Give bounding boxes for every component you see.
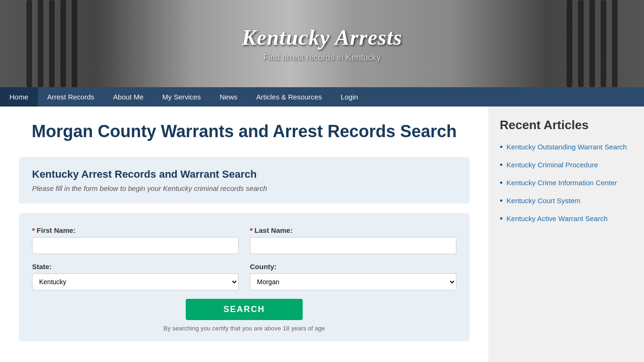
article-link-1[interactable]: Kentucky Outstanding Warrant Search — [506, 142, 627, 152]
search-info-box: Kentucky Arrest Records and Warrant Sear… — [19, 157, 470, 204]
name-row: * First Name: * Last Name: — [32, 226, 456, 254]
location-row: State: Kentucky County: Morgan — [32, 263, 456, 290]
search-form-container: * First Name: * Last Name: State: — [19, 213, 470, 341]
search-box-subtitle: Please fill in the form below to begin y… — [32, 184, 456, 192]
bullet-icon: • — [500, 142, 503, 152]
list-item: • Kentucky Court System — [500, 196, 633, 206]
last-name-group: * Last Name: — [250, 226, 456, 254]
article-link-5[interactable]: Kentucky Active Warrant Search — [506, 214, 608, 223]
header-text-block: Kentucky Arrests Find arrest records in … — [242, 25, 402, 63]
list-item: • Kentucky Crime Information Center — [500, 178, 633, 188]
list-item: • Kentucky Active Warrant Search — [500, 214, 633, 224]
state-select[interactable]: Kentucky — [32, 273, 239, 290]
last-name-required: * — [250, 226, 253, 234]
page-title: Morgan County Warrants and Arrest Record… — [19, 121, 470, 143]
state-group: State: Kentucky — [32, 263, 239, 290]
site-header: Kentucky Arrests Find arrest records in … — [0, 0, 644, 87]
jail-bars-right — [540, 0, 644, 87]
first-name-group: * First Name: — [32, 226, 239, 254]
nav-about-me[interactable]: About Me — [104, 87, 153, 107]
article-link-3[interactable]: Kentucky Crime Information Center — [506, 178, 617, 188]
state-label: State: — [32, 263, 239, 271]
recent-articles-list: • Kentucky Outstanding Warrant Search • … — [500, 142, 633, 224]
first-name-label-text: First Name: — [37, 226, 76, 234]
search-button-row: SEARCH — [32, 299, 456, 320]
site-title: Kentucky Arrests — [242, 25, 402, 50]
bullet-icon: • — [500, 178, 503, 188]
bullet-icon: • — [500, 214, 503, 224]
nav-login[interactable]: Login — [331, 87, 368, 107]
nav-services[interactable]: My Services — [153, 87, 210, 107]
article-link-4[interactable]: Kentucky Court System — [506, 196, 580, 206]
article-link-2[interactable]: Kentucky Criminal Procedure — [506, 160, 598, 170]
county-label: County: — [250, 263, 456, 271]
first-name-required: * — [32, 226, 35, 234]
last-name-label: * Last Name: — [250, 226, 456, 234]
sidebar-title: Recent Articles — [500, 118, 633, 132]
jail-bars-left — [0, 0, 104, 87]
nav-arrest-records[interactable]: Arrest Records — [38, 87, 104, 107]
sidebar: Recent Articles • Kentucky Outstanding W… — [488, 107, 644, 362]
search-button[interactable]: SEARCH — [186, 299, 303, 320]
list-item: • Kentucky Outstanding Warrant Search — [500, 142, 633, 152]
bullet-icon: • — [500, 196, 503, 206]
form-disclaimer: By searching you certify that you are ab… — [32, 325, 456, 332]
last-name-label-text: Last Name: — [255, 226, 293, 234]
site-subtitle: Find arrest records in Kentucky — [242, 53, 402, 63]
nav-articles[interactable]: Articles & Resources — [247, 87, 331, 107]
first-name-label: * First Name: — [32, 226, 239, 234]
main-content: Morgan County Warrants and Arrest Record… — [0, 107, 488, 362]
county-select[interactable]: Morgan — [250, 273, 456, 290]
county-group: County: Morgan — [250, 263, 456, 290]
last-name-input[interactable] — [250, 237, 456, 254]
first-name-input[interactable] — [32, 237, 239, 254]
main-nav: Home Arrest Records About Me My Services… — [0, 87, 644, 107]
main-container: Morgan County Warrants and Arrest Record… — [0, 107, 644, 362]
list-item: • Kentucky Criminal Procedure — [500, 160, 633, 170]
nav-news[interactable]: News — [210, 87, 247, 107]
bullet-icon: • — [500, 160, 503, 170]
nav-home[interactable]: Home — [0, 87, 38, 107]
search-box-title: Kentucky Arrest Records and Warrant Sear… — [32, 168, 456, 181]
